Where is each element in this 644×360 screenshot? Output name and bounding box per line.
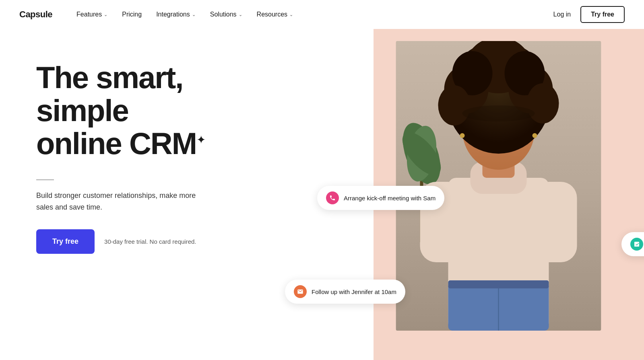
notification-3-text: Follow up with Jennifer at 10am [312,288,396,295]
hero-visual: Arrange kick-off meeting with Sam Finali… [374,29,644,360]
main-content: The smart, simple online CRM✦ Build stro… [0,29,644,360]
notification-card-1: Arrange kick-off meeting with Sam [317,186,444,210]
nav-features[interactable]: Features ⌄ [76,11,107,18]
email-icon [294,285,307,298]
chevron-down-icon: ⌄ [104,12,107,17]
cta-row: Try free 30-day free trial. No card requ… [36,229,374,254]
notification-card-3: Follow up with Jennifer at 10am [285,280,405,304]
svg-point-31 [527,83,559,123]
logo[interactable]: Capsule [19,9,52,20]
nav-solutions[interactable]: Solutions ⌄ [210,11,242,18]
svg-point-33 [460,133,465,138]
chevron-down-icon: ⌄ [289,12,293,17]
chevron-down-icon: ⌄ [239,12,242,17]
svg-point-30 [438,85,471,125]
svg-point-32 [462,105,535,121]
header: Capsule Features ⌄ Pricing Integrations … [0,0,644,29]
chart-icon [630,238,643,251]
main-nav: Features ⌄ Pricing Integrations ⌄ Soluti… [76,11,293,18]
notification-card-2: Finalise finance report [621,232,644,256]
nav-pricing[interactable]: Pricing [122,11,142,18]
crm-text: CRM✦ [129,127,206,160]
nav-resources[interactable]: Resources ⌄ [257,11,293,18]
trial-info: 30-day free trial. No card required. [104,238,196,245]
notification-1-text: Arrange kick-off meeting with Sam [344,195,436,202]
chevron-down-icon: ⌄ [192,12,196,17]
try-free-header-button[interactable]: Try free [580,6,625,23]
hero-title: The smart, simple online CRM✦ [36,61,278,160]
header-actions: Log in Try free [553,6,625,23]
asterisk-decoration: ✦ [196,134,206,146]
hero-subtitle: Build stronger customer relationships, m… [36,190,205,213]
nav-integrations[interactable]: Integrations ⌄ [156,11,196,18]
login-button[interactable]: Log in [553,11,571,18]
svg-point-34 [533,133,537,138]
svg-rect-9 [533,182,577,262]
try-free-main-button[interactable]: Try free [36,229,95,254]
phone-icon [326,191,339,204]
svg-rect-12 [448,280,549,288]
divider [36,179,54,180]
